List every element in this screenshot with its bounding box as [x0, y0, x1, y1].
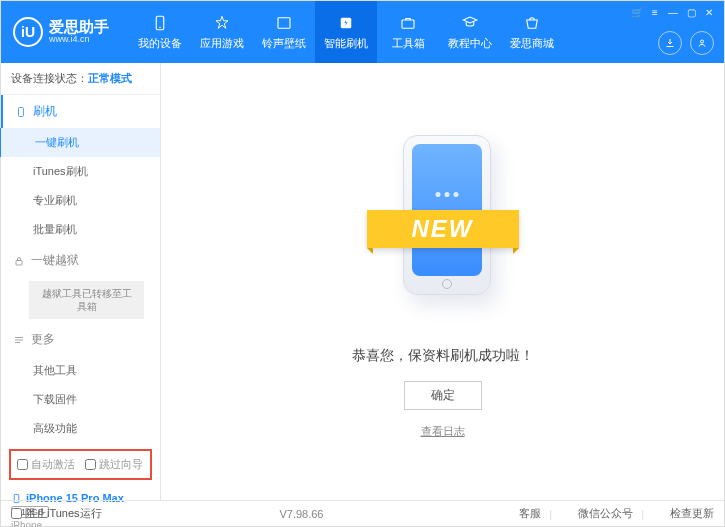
cart-icon[interactable]: 🛒	[630, 5, 644, 19]
store-icon	[522, 13, 542, 33]
nav-label: 铃声壁纸	[262, 36, 306, 51]
footer-check-update[interactable]: 检查更新	[670, 506, 714, 521]
app-logo: iU 爱思助手 www.i4.cn	[1, 17, 121, 47]
activation-options: 自动激活 跳过向导	[9, 449, 152, 480]
status-value: 正常模式	[88, 72, 132, 84]
version-label: V7.98.66	[279, 508, 323, 520]
nav-label: 智能刷机	[324, 36, 368, 51]
ok-button[interactable]: 确定	[404, 381, 482, 410]
main-nav: 我的设备 应用游戏 铃声壁纸 智能刷机 工具箱 教程中心 爱思商城	[129, 1, 563, 63]
checkbox-input[interactable]	[17, 459, 28, 470]
logo-subtitle: www.i4.cn	[49, 35, 109, 45]
wallpaper-icon	[274, 13, 294, 33]
connection-status: 设备连接状态：正常模式	[1, 63, 160, 95]
svg-point-1	[159, 27, 161, 29]
svg-point-5	[701, 40, 704, 43]
cb-label: 跳过向导	[99, 457, 143, 472]
group-label: 更多	[31, 331, 55, 348]
svg-rect-6	[19, 107, 24, 116]
apps-icon	[212, 13, 232, 33]
list-icon	[13, 334, 25, 346]
main-content: NEW 恭喜您，保资料刷机成功啦！ 确定 查看日志	[161, 63, 724, 500]
status-label: 设备连接状态：	[11, 72, 88, 84]
sidebar-item-batch-flash[interactable]: 批量刷机	[1, 215, 160, 244]
toolbox-icon	[398, 13, 418, 33]
nav-tutorials[interactable]: 教程中心	[439, 1, 501, 63]
logo-title: 爱思助手	[49, 19, 109, 36]
svg-rect-2	[278, 18, 290, 29]
group-label: 刷机	[33, 103, 57, 120]
svg-rect-7	[16, 260, 22, 265]
lock-icon	[13, 255, 25, 267]
sidebar: 设备连接状态：正常模式 刷机 一键刷机 iTunes刷机 专业刷机 批量刷机 一…	[1, 63, 161, 500]
nav-label: 教程中心	[448, 36, 492, 51]
nav-toolbox[interactable]: 工具箱	[377, 1, 439, 63]
nav-label: 我的设备	[138, 36, 182, 51]
download-button[interactable]	[658, 31, 682, 55]
nav-smart-flash[interactable]: 智能刷机	[315, 1, 377, 63]
sidebar-item-download-firmware[interactable]: 下载固件	[1, 385, 160, 414]
maximize-icon[interactable]: ▢	[684, 5, 698, 19]
flash-icon	[336, 13, 356, 33]
app-header: 🛒 ≡ — ▢ ✕ iU 爱思助手 www.i4.cn 我的设备 应用游戏 铃声…	[1, 1, 724, 63]
cb-label: 阻止iTunes运行	[25, 506, 102, 521]
new-ribbon: NEW	[367, 210, 519, 248]
nav-store[interactable]: 爱思商城	[501, 1, 563, 63]
group-label: 一键越狱	[31, 252, 79, 269]
nav-label: 应用游戏	[200, 36, 244, 51]
footer: 阻止iTunes运行 V7.98.66 客服 | 微信公众号 | 检查更新	[1, 500, 724, 526]
footer-support[interactable]: 客服	[519, 506, 541, 521]
svg-rect-4	[402, 20, 414, 28]
minimize-icon[interactable]: —	[666, 5, 680, 19]
cb-label: 自动激活	[31, 457, 75, 472]
menu-icon[interactable]: ≡	[648, 5, 662, 19]
sidebar-item-advanced[interactable]: 高级功能	[1, 414, 160, 443]
device-icon	[150, 13, 170, 33]
sidebar-item-itunes-flash[interactable]: iTunes刷机	[1, 157, 160, 186]
success-message: 恭喜您，保资料刷机成功啦！	[352, 347, 534, 365]
window-controls: 🛒 ≡ — ▢ ✕	[630, 5, 716, 19]
sidebar-group-more[interactable]: 更多	[1, 323, 160, 356]
cb-auto-activate[interactable]: 自动激活	[17, 457, 75, 472]
nav-ringtone-wallpaper[interactable]: 铃声壁纸	[253, 1, 315, 63]
sidebar-item-oneclick-flash[interactable]: 一键刷机	[0, 128, 160, 157]
footer-wechat[interactable]: 微信公众号	[578, 506, 633, 521]
sidebar-item-pro-flash[interactable]: 专业刷机	[1, 186, 160, 215]
checkbox-input[interactable]	[11, 508, 22, 519]
logo-mark-icon: iU	[13, 17, 43, 47]
phone-icon	[15, 106, 27, 118]
nav-apps-games[interactable]: 应用游戏	[191, 1, 253, 63]
nav-my-device[interactable]: 我的设备	[129, 1, 191, 63]
cb-skip-guide[interactable]: 跳过向导	[85, 457, 143, 472]
view-log-link[interactable]: 查看日志	[421, 424, 465, 439]
tutorial-icon	[460, 13, 480, 33]
sidebar-group-jailbreak[interactable]: 一键越狱	[1, 244, 160, 277]
sidebar-item-other-tools[interactable]: 其他工具	[1, 356, 160, 385]
nav-label: 爱思商城	[510, 36, 554, 51]
user-button[interactable]	[690, 31, 714, 55]
sidebar-group-flash[interactable]: 刷机	[1, 95, 160, 128]
phone-illustration: NEW	[373, 125, 513, 325]
close-icon[interactable]: ✕	[702, 5, 716, 19]
cb-block-itunes[interactable]: 阻止iTunes运行	[11, 506, 102, 521]
jailbreak-moved-note: 越狱工具已转移至工具箱	[29, 281, 144, 319]
checkbox-input[interactable]	[85, 459, 96, 470]
nav-label: 工具箱	[392, 36, 425, 51]
